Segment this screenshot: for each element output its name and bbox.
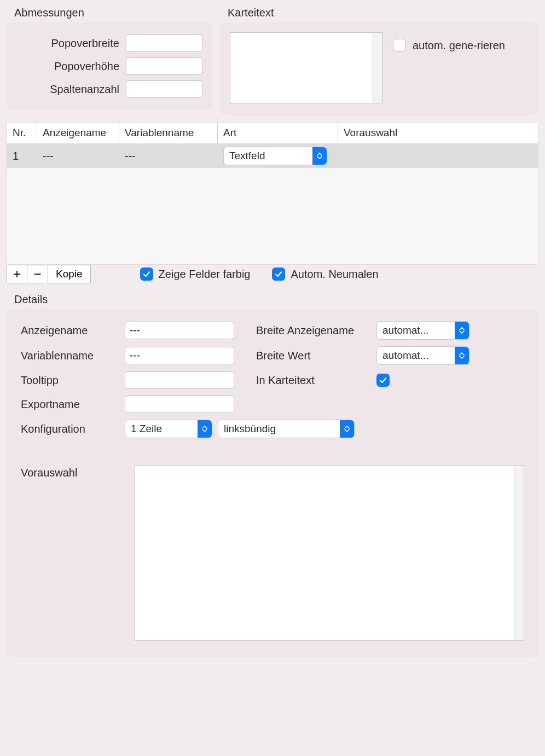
cell-anzeigename: --- xyxy=(37,148,119,165)
chevron-up-down-icon xyxy=(198,420,212,438)
in-karteitext-checkbox[interactable] xyxy=(376,374,390,387)
anzeigename-input[interactable] xyxy=(125,322,234,339)
breite-wert-select[interactable]: automat... xyxy=(376,346,469,365)
karteitext-title: Karteitext xyxy=(228,7,538,19)
art-select[interactable]: Textfeld xyxy=(223,147,327,165)
breite-wert-label: Breite Wert xyxy=(256,350,376,362)
zeige-felder-farbig-label: Zeige Felder farbig xyxy=(159,268,251,281)
col-nr[interactable]: Nr. xyxy=(7,123,37,143)
fields-table: Nr. Anzeigename Variablenname Art Voraus… xyxy=(7,122,538,265)
karteitext-textarea[interactable] xyxy=(230,33,373,103)
kopie-button[interactable]: Kopie xyxy=(48,265,91,283)
in-karteitext-label: In Karteitext xyxy=(256,374,376,387)
table-header: Nr. Anzeigename Variablenname Art Voraus… xyxy=(7,123,538,144)
chevron-up-down-icon xyxy=(340,420,354,438)
popoverbreite-input[interactable] xyxy=(126,34,202,52)
add-button[interactable]: + xyxy=(7,265,27,283)
scrollbar[interactable] xyxy=(514,466,524,640)
variablenname-input[interactable] xyxy=(125,347,234,364)
spaltenanzahl-input[interactable] xyxy=(126,80,202,98)
abmessungen-title: Abmessungen xyxy=(14,7,212,19)
table-row[interactable]: 1 --- --- Textfeld xyxy=(7,144,538,168)
table-toolbar: + − Kopie Zeige Felder farbig Autom. Neu… xyxy=(7,265,538,283)
vorauswahl-box xyxy=(135,466,524,641)
tooltipp-label: Tooltipp xyxy=(21,374,125,387)
autogen-label: autom. gene-rieren xyxy=(413,39,505,53)
vorauswahl-textarea[interactable] xyxy=(135,466,514,640)
breite-anzeigename-select[interactable]: automat... xyxy=(376,321,469,340)
autogen-checkbox[interactable] xyxy=(393,39,406,52)
autom-neumalen-checkbox[interactable] xyxy=(272,267,285,281)
chevron-up-down-icon xyxy=(455,347,469,364)
konfiguration-label: Konfiguration xyxy=(21,423,125,435)
col-variablenname[interactable]: Variablenname xyxy=(119,123,218,143)
details-title: Details xyxy=(14,293,538,306)
chevron-up-down-icon xyxy=(312,147,327,165)
variablenname-label: Variablenname xyxy=(21,350,125,362)
col-anzeigename[interactable]: Anzeigename xyxy=(37,123,119,143)
popoverhoehe-label: Popoverhöhe xyxy=(16,60,126,73)
exportname-label: Exportname xyxy=(21,398,125,411)
abmessungen-group: Popoverbreite Popoverhöhe Spaltenanzahl xyxy=(7,22,212,110)
scrollbar[interactable] xyxy=(373,33,382,103)
chevron-up-down-icon xyxy=(455,322,469,339)
karteitext-textarea-wrap xyxy=(230,32,383,103)
popoverbreite-label: Popoverbreite xyxy=(16,37,126,50)
col-art[interactable]: Art xyxy=(218,123,338,143)
details-group: Anzeigename Breite Anzeigename automat..… xyxy=(7,309,538,657)
anzeigename-label: Anzeigename xyxy=(21,324,125,337)
remove-button[interactable]: − xyxy=(27,265,48,283)
cell-art: Textfeld xyxy=(218,144,338,167)
konfig-lines-select[interactable]: 1 Zeile xyxy=(125,420,212,438)
cell-vorauswahl xyxy=(338,154,538,158)
cell-variablenname: --- xyxy=(119,148,218,165)
cell-nr: 1 xyxy=(7,148,37,165)
popoverhoehe-input[interactable] xyxy=(126,57,202,75)
konfig-align-select[interactable]: linksbündig xyxy=(218,420,355,438)
vorauswahl-label: Vorauswahl xyxy=(21,466,125,641)
karteitext-group: autom. gene-rieren xyxy=(220,22,538,115)
col-vorauswahl[interactable]: Vorauswahl xyxy=(338,123,538,143)
autom-neumalen-label: Autom. Neumalen xyxy=(291,268,378,281)
zeige-felder-farbig-checkbox[interactable] xyxy=(140,267,153,281)
spaltenanzahl-label: Spaltenanzahl xyxy=(16,83,126,96)
tooltipp-input[interactable] xyxy=(125,371,234,389)
breite-anzeigename-label: Breite Anzeigename xyxy=(256,324,376,337)
exportname-input[interactable] xyxy=(125,396,234,413)
